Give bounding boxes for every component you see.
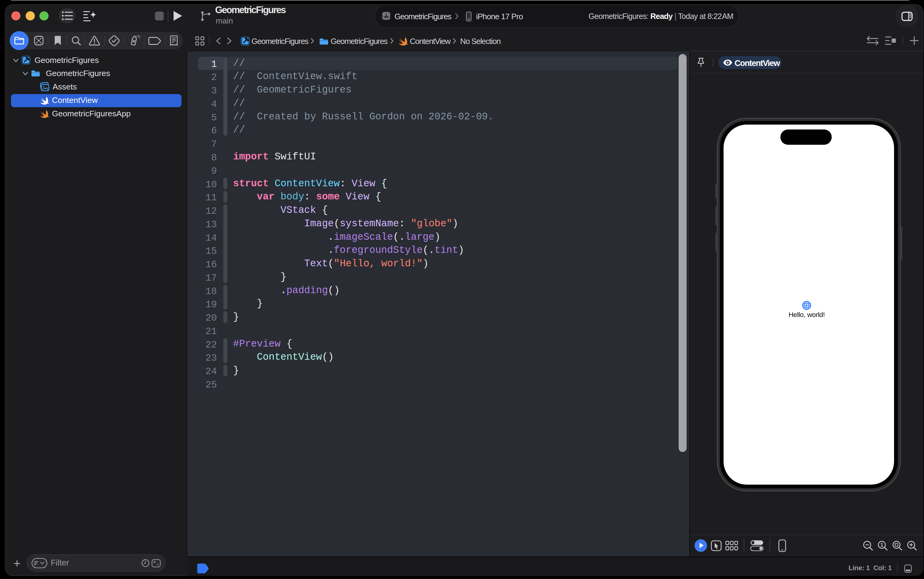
svg-text:1: 1 xyxy=(881,542,883,548)
